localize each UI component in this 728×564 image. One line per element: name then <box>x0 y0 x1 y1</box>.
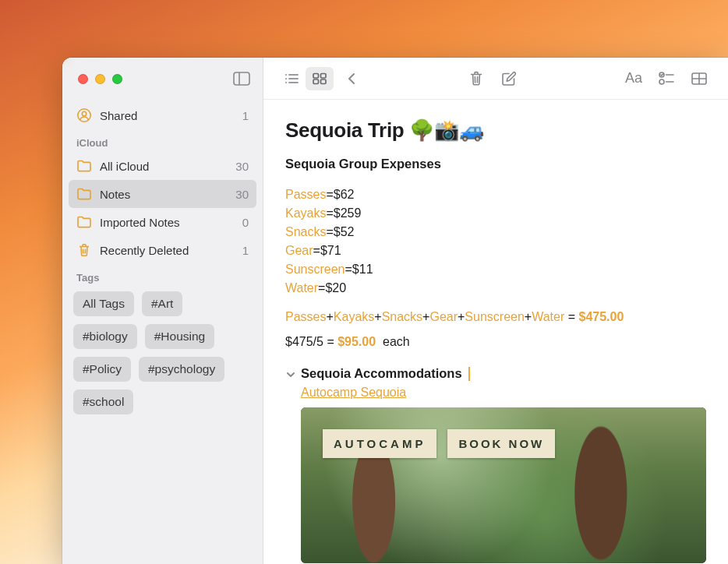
checklist-button[interactable] <box>652 67 681 90</box>
notes-window: Shared 1 iCloud All iCloud 30 Notes 30 I… <box>62 58 728 564</box>
format-button[interactable]: Aa <box>619 67 648 90</box>
expense-each: $475/5 = $95.00 each <box>285 335 706 349</box>
main-pane: Aa Sequoia Trip 🌳📸🚙 Sequoia Group Expens… <box>263 58 728 564</box>
sidebar-body: Shared 1 iCloud All iCloud 30 Notes 30 I… <box>62 100 263 427</box>
sidebar-item-label: Recently Deleted <box>100 244 189 257</box>
accommodations-heading: Sequoia Accommodations <box>285 366 706 381</box>
toggle-sidebar-button[interactable] <box>233 72 250 86</box>
tag-psychology[interactable]: #psychology <box>139 357 224 382</box>
folder-icon <box>76 187 92 201</box>
svg-rect-11 <box>321 73 327 78</box>
attachment-preview[interactable]: AUTOCAMP BOOK NOW <box>301 407 706 563</box>
expense-row: Gear=$71 <box>285 241 706 260</box>
sidebar-item-count: 30 <box>235 188 249 201</box>
titlebar <box>62 58 263 100</box>
svg-rect-10 <box>313 73 319 78</box>
sidebar-item-label: Imported Notes <box>100 216 180 229</box>
expense-row: Snacks=$52 <box>285 223 706 241</box>
sidebar-item-recently-deleted[interactable]: Recently Deleted 1 <box>69 236 256 264</box>
svg-rect-0 <box>234 72 249 85</box>
expense-row: Sunscreen=$11 <box>285 260 706 279</box>
gallery-view-button[interactable] <box>306 67 334 90</box>
sidebar-item-count: 0 <box>242 216 249 229</box>
sidebar-item-notes[interactable]: Notes 30 <box>69 180 256 208</box>
svg-point-6 <box>285 77 287 79</box>
attachment-chip-brand: AUTOCAMP <box>323 429 436 458</box>
sidebar-item-shared[interactable]: Shared 1 <box>69 101 256 129</box>
svg-rect-12 <box>313 79 319 84</box>
tags-container: All Tags #Art #biology #Housing #Policy … <box>69 287 256 419</box>
list-view-button[interactable] <box>277 67 306 90</box>
window-zoom-button[interactable] <box>112 74 122 84</box>
note-body[interactable]: Sequoia Trip 🌳📸🚙 Sequoia Group Expenses … <box>263 100 728 563</box>
tag-biology[interactable]: #biology <box>73 324 137 349</box>
sidebar-item-label: Shared <box>100 109 137 122</box>
window-minimize-button[interactable] <box>95 74 105 84</box>
tag-housing[interactable]: #Housing <box>145 324 215 349</box>
sidebar-item-label: Notes <box>100 188 130 201</box>
note-title: Sequoia Trip 🌳📸🚙 <box>285 118 706 143</box>
trash-icon <box>468 70 484 87</box>
sidebar-item-count: 1 <box>242 244 249 257</box>
tag-art[interactable]: #Art <box>142 291 182 316</box>
expense-sum: Passes+Kayaks+Snacks+Gear+Sunscreen+Wate… <box>285 310 706 324</box>
sidebar-section-tags: Tags <box>69 264 256 287</box>
svg-point-16 <box>659 79 664 84</box>
svg-rect-13 <box>321 79 327 84</box>
expense-list: Passes=$62 Kayaks=$259 Snacks=$52 Gear=$… <box>285 185 706 298</box>
expense-row: Water=$20 <box>285 279 706 298</box>
window-close-button[interactable] <box>78 74 88 84</box>
folder-icon <box>76 215 92 229</box>
sidebar-item-imported[interactable]: Imported Notes 0 <box>69 208 256 236</box>
svg-point-4 <box>285 73 287 75</box>
table-button[interactable] <box>684 67 714 90</box>
checklist-icon <box>658 71 675 86</box>
sidebar-item-label: All iCloud <box>100 160 149 173</box>
person-circle-icon <box>76 108 92 123</box>
tag-school[interactable]: #school <box>73 390 133 414</box>
folder-icon <box>76 159 92 173</box>
sidebar: Shared 1 iCloud All iCloud 30 Notes 30 I… <box>62 58 263 564</box>
sidebar-icon <box>233 72 250 86</box>
chevron-down-icon[interactable] <box>285 369 296 380</box>
view-mode-segment <box>277 67 334 90</box>
attachment-overlay: AUTOCAMP BOOK NOW <box>323 429 555 458</box>
svg-point-3 <box>82 111 86 115</box>
expense-row: Passes=$62 <box>285 185 706 204</box>
sidebar-item-all-icloud[interactable]: All iCloud 30 <box>69 152 256 180</box>
attachment-chip-cta: BOOK NOW <box>447 429 555 458</box>
text-cursor <box>468 367 470 381</box>
compose-icon <box>500 70 518 87</box>
delete-button[interactable] <box>461 67 491 90</box>
accommodation-link[interactable]: Autocamp Sequoia <box>301 386 406 400</box>
back-button[interactable] <box>337 67 366 90</box>
svg-point-8 <box>285 81 287 83</box>
list-icon <box>284 72 299 85</box>
toolbar: Aa <box>263 58 728 100</box>
format-icon: Aa <box>625 70 642 86</box>
sidebar-item-count: 1 <box>242 109 249 122</box>
sidebar-item-count: 30 <box>235 160 249 173</box>
tag-all[interactable]: All Tags <box>73 291 134 316</box>
table-icon <box>691 72 708 86</box>
grid-icon <box>312 72 327 85</box>
tag-policy[interactable]: #Policy <box>73 357 131 382</box>
expense-row: Kayaks=$259 <box>285 204 706 223</box>
note-subhead: Sequoia Group Expenses <box>285 157 706 171</box>
trash-icon <box>76 242 92 258</box>
chevron-left-icon <box>347 72 356 86</box>
compose-button[interactable] <box>494 67 524 90</box>
sidebar-section-icloud: iCloud <box>69 129 256 152</box>
